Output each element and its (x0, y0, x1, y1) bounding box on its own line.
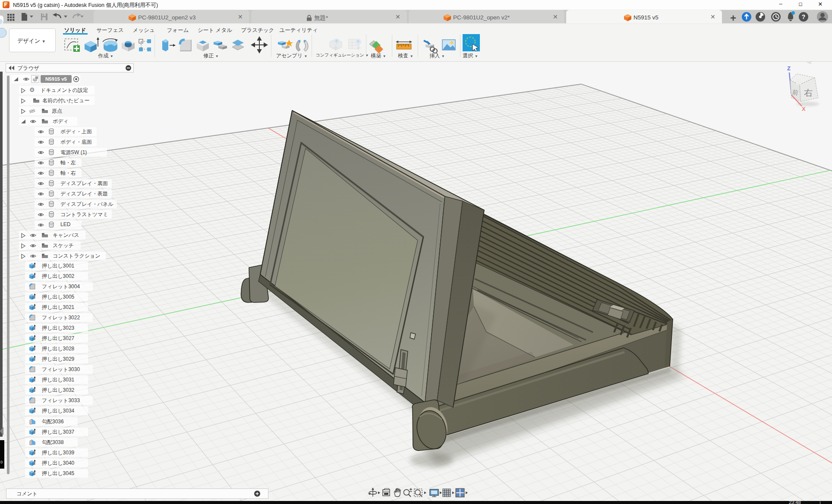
svg-text:前: 前 (792, 88, 799, 96)
svg-text:X: X (802, 106, 806, 112)
svg-text:右: 右 (804, 88, 813, 98)
svg-text:Z: Z (787, 65, 791, 72)
svg-text:上: 上 (807, 62, 813, 65)
